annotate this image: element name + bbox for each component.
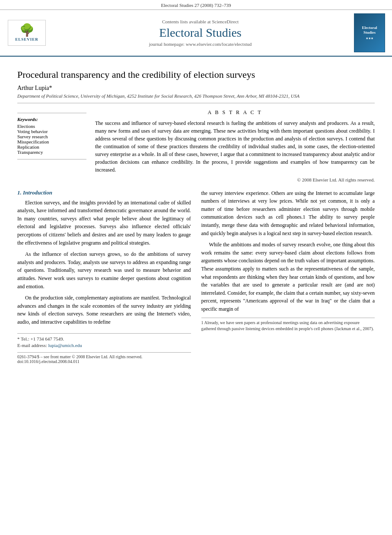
right-column: the survey interview experience. Others … (201, 189, 375, 364)
sciencedirect-line: Contents lists available at ScienceDirec… (162, 19, 239, 24)
keyword-3: Survey research (17, 134, 86, 139)
left-column: 1. Introduction Election surveys, and th… (17, 189, 191, 364)
top-bar: Electoral Studies 27 (2008) 732–739 (0, 0, 392, 10)
footnote-contact: * Tel.: +1 734 647 7549. (17, 336, 191, 341)
section1-para5: While the ambitions and modes of survey … (201, 241, 375, 313)
section1-para3: On the production side, complementary as… (17, 294, 191, 326)
homepage-label: journal homepage: www.elsevier.com/locat… (149, 41, 252, 47)
journal-header: 🌳 ELSEVIER Contents lists available at S… (0, 10, 392, 57)
cover-title-text: ElectoralStudies (362, 25, 377, 35)
footnote1-text: 1 Already, we have seen papers at profes… (201, 320, 375, 332)
elsevier-brand-text: ELSEVIER (15, 37, 38, 41)
article-author: Arthur Lupia* (17, 85, 375, 92)
email-label: E-mail address: (17, 343, 47, 348)
elsevier-logo-image: 🌳 ELSEVIER (8, 20, 46, 46)
journal-center: Contents lists available at ScienceDirec… (53, 13, 348, 52)
journal-citation: Electoral Studies 27 (2008) 732–739 (161, 3, 231, 8)
main-content: 1. Introduction Election surveys, and th… (17, 189, 375, 364)
journal-cover: ElectoralStudies ■ ■ ■ (352, 13, 387, 52)
abstract-text: The success and influence of survey-base… (95, 119, 375, 174)
section1-para4: the survey interview experience. Others … (201, 189, 375, 238)
footnote-area: * Tel.: +1 734 647 7549. E-mail address:… (17, 333, 191, 348)
email-address: lupia@umich.edu (48, 343, 82, 348)
cover-decoration: ■ ■ ■ (366, 37, 373, 40)
abstract-section: Keywords: Elections Voting behavior Surv… (17, 109, 375, 182)
article-body: Procedural transparency and the credibil… (0, 57, 392, 373)
section1-para2: As the influence of election surveys gro… (17, 250, 191, 290)
article-title: Procedural transparency and the credibil… (17, 69, 375, 81)
abstract-column: A B S T R A C T The success and influenc… (95, 109, 375, 182)
journal-title: Electoral Studies (159, 26, 242, 40)
keyword-5: Replication (17, 144, 86, 150)
footnote-right: 1 Already, we have seen papers at profes… (201, 318, 375, 332)
author-name: Arthur Lupia* (17, 85, 52, 91)
section1-heading: 1. Introduction (17, 189, 191, 196)
keywords-top-divider (17, 113, 86, 113)
title-divider (17, 103, 375, 103)
journal-cover-image: ElectoralStudies ■ ■ ■ (354, 13, 385, 52)
elsevier-tree-icon: 🌳 (19, 24, 35, 36)
journal-homepage: journal homepage: www.elsevier.com/locat… (149, 41, 252, 47)
footnote-doi: 0261-3794/$ – see front matter © 2008 El… (17, 354, 142, 364)
section1-para1: Election surveys, and the insights provi… (17, 199, 191, 247)
article-affiliation: Department of Political Science, Univers… (17, 93, 375, 99)
elsevier-logo: 🌳 ELSEVIER (5, 13, 48, 52)
contact-label: * Tel.: +1 734 647 7549. (17, 336, 64, 341)
footnote-email-line: E-mail address: lupia@umich.edu (17, 343, 191, 348)
keyword-6: Transparency (17, 150, 86, 155)
footnote-bottom: 0261-3794/$ – see front matter © 2008 El… (17, 352, 191, 364)
abstract-heading: A B S T R A C T (95, 109, 375, 116)
keyword-4: Misspecification (17, 139, 86, 144)
copyright-line: © 2008 Elsevier Ltd. All rights reserved… (95, 177, 375, 182)
keyword-2: Voting behavior (17, 129, 86, 134)
keywords-column: Keywords: Elections Voting behavior Surv… (17, 109, 86, 182)
keyword-1: Elections (17, 124, 86, 129)
footnote-bottom-text: 0261-3794/$ – see front matter © 2008 El… (17, 354, 191, 364)
keywords-bottom-divider (17, 159, 86, 159)
keywords-label: Keywords: (17, 117, 86, 122)
contents-available-text: Contents lists available at ScienceDirec… (162, 19, 239, 24)
